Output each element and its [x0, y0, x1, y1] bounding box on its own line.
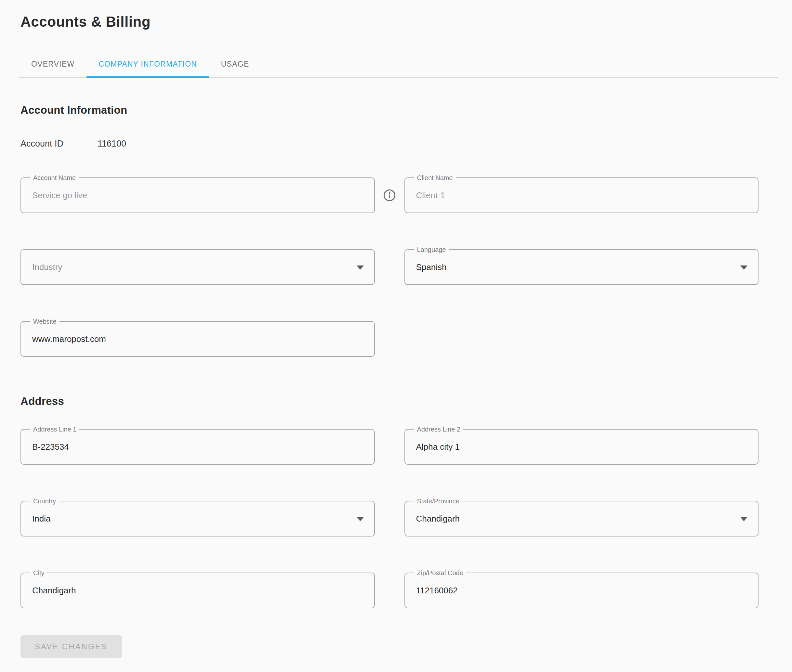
tab-company-information[interactable]: COMPANY INFORMATION [87, 51, 209, 77]
address-line-1-value: B-223534 [21, 442, 92, 452]
city-field[interactable]: City Chandigarh [21, 573, 375, 608]
tab-usage[interactable]: USAGE [209, 51, 261, 77]
account-name-field: Account Name Service go live [21, 178, 375, 213]
address-line-1-field[interactable]: Address Line 1 B-223534 [21, 429, 375, 465]
account-id-value: 116100 [98, 138, 126, 149]
chevron-down-icon [357, 266, 364, 270]
client-name-field: Client Name Client-1 [404, 178, 759, 213]
chevron-down-icon [740, 266, 747, 270]
website-label: Website [30, 317, 59, 326]
form-row-city-zip: City Chandigarh Zip/Postal Code 11216006… [21, 573, 758, 608]
account-name-value: Service go live [21, 190, 110, 200]
account-name-label: Account Name [30, 174, 79, 182]
zip-postal-code-label: Zip/Postal Code [414, 569, 466, 577]
form-row-address-lines: Address Line 1 B-223534 Address Line 2 A… [21, 429, 758, 465]
tab-overview-label: OVERVIEW [31, 60, 74, 69]
address-heading: Address [21, 395, 758, 408]
company-information-form: Account Name Service go live Client Name… [21, 178, 758, 658]
info-icon [383, 189, 396, 202]
language-value: Spanish [405, 262, 470, 272]
language-label: Language [414, 245, 449, 254]
industry-placeholder: Industry [21, 262, 85, 272]
form-row-names: Account Name Service go live Client Name… [21, 178, 758, 213]
zip-postal-code-value: 112160062 [405, 586, 481, 596]
chevron-down-icon [740, 517, 747, 521]
industry-select[interactable]: Industry [21, 249, 375, 285]
language-select[interactable]: Language Spanish [404, 249, 759, 285]
form-row-website: Website www.maropost.com [21, 321, 758, 357]
website-value: www.maropost.com [21, 334, 129, 344]
zip-postal-code-field[interactable]: Zip/Postal Code 112160062 [404, 573, 759, 608]
state-province-value: Chandigarh [405, 514, 483, 524]
tab-overview[interactable]: OVERVIEW [19, 51, 87, 77]
city-label: City [30, 569, 47, 577]
website-field[interactable]: Website www.maropost.com [21, 321, 375, 357]
client-name-label: Client Name [414, 174, 456, 182]
country-label: Country [30, 497, 59, 505]
page-title: Accounts & Billing [21, 14, 773, 30]
tab-bar: OVERVIEW COMPANY INFORMATION USAGE [19, 51, 778, 78]
account-id-label: Account ID [21, 138, 98, 149]
address-line-2-value: Alpha city 1 [405, 442, 483, 452]
client-name-value: Client-1 [405, 190, 468, 200]
address-line-2-field[interactable]: Address Line 2 Alpha city 1 [404, 429, 759, 465]
account-id-row: Account ID 116100 [21, 138, 773, 149]
state-province-select[interactable]: State/Province Chandigarh [404, 501, 759, 536]
state-province-label: State/Province [414, 497, 462, 505]
country-value: India [21, 514, 73, 524]
account-name-info-button[interactable] [383, 189, 396, 202]
form-row-industry-language: Industry Language Spanish [21, 249, 758, 285]
account-information-heading: Account Information [21, 104, 773, 117]
address-line-2-label: Address Line 2 [414, 425, 463, 434]
tab-usage-label: USAGE [221, 60, 249, 69]
chevron-down-icon [357, 517, 364, 521]
address-line-1-label: Address Line 1 [30, 425, 79, 434]
accounts-billing-page: Accounts & Billing OVERVIEW COMPANY INFO… [0, 14, 792, 658]
save-changes-button[interactable]: SAVE CHANGES [21, 635, 122, 658]
city-value: Chandigarh [21, 586, 98, 596]
country-select[interactable]: Country India [21, 501, 375, 536]
form-row-country-state: Country India State/Province Chandigarh [21, 501, 758, 536]
tab-company-information-label: COMPANY INFORMATION [98, 60, 197, 69]
